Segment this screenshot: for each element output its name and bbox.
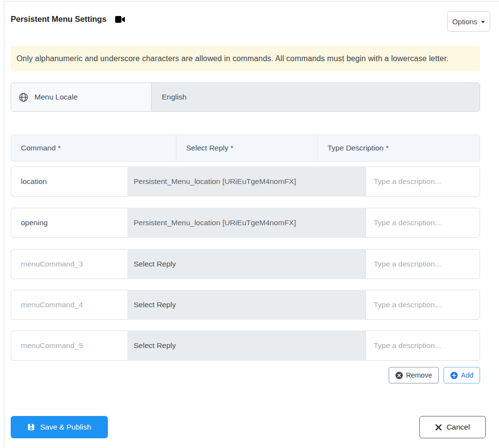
select-reply-text: Select Reply [134,300,176,309]
notice-banner: Only alphanumeric and underscore charact… [11,46,480,71]
column-header-select-reply: Select Reply * [176,135,318,161]
command-input[interactable] [11,331,127,361]
page-title: Persistent Menu Settings [11,15,106,24]
command-input[interactable] [11,166,127,197]
add-button[interactable]: Add [444,367,480,383]
select-reply-dropdown[interactable]: Persistent_Menu_location [URiEuTgeM4nomF… [127,208,365,238]
notice-text: Only alphanumeric and underscore charact… [17,54,448,63]
save-publish-button[interactable]: Save & Publish [11,416,108,438]
description-input[interactable] [365,249,480,279]
menu-locale-group: Menu Locale English [11,83,480,112]
command-input[interactable] [11,208,127,238]
table-row: Select Reply [11,331,480,361]
select-reply-dropdown[interactable]: Select Reply [127,331,365,361]
table-row: Persistent_Menu_location [URiEuTgeM4nomF… [11,208,480,238]
command-input[interactable] [11,290,127,320]
table-row: Select Reply [11,290,480,320]
x-circle-icon [396,372,403,379]
globe-icon [19,93,28,102]
select-reply-text: Persistent_Menu_location [URiEuTgeM4nomF… [134,218,296,227]
description-input[interactable] [365,166,480,197]
command-input[interactable] [11,249,127,279]
select-reply-dropdown[interactable]: Select Reply [127,290,365,320]
select-reply-dropdown[interactable]: Select Reply [127,249,365,279]
description-input[interactable] [365,331,480,361]
menu-locale-label: Menu Locale [11,83,152,111]
column-header-type-description: Type Description * [318,135,480,161]
cancel-label: Cancel [447,423,470,431]
plus-circle-icon [450,372,458,379]
select-reply-dropdown[interactable]: Persistent_Menu_location [URiEuTgeM4nomF… [127,166,365,197]
menu-locale-value-text: English [162,93,187,101]
save-icon [27,423,35,431]
column-header-command: Command * [11,135,176,161]
select-reply-text: Persistent_Menu_location [URiEuTgeM4nomF… [134,177,296,186]
options-label: Options [452,17,478,26]
save-publish-label: Save & Publish [40,423,91,431]
select-reply-text: Select Reply [134,341,176,350]
chevron-down-icon [481,21,485,23]
add-label: Add [461,371,474,379]
table-row: Persistent_Menu_location [URiEuTgeM4nomF… [11,166,480,197]
cancel-button[interactable]: Cancel [419,416,486,438]
menu-locale-value[interactable]: English [152,83,480,111]
menu-locale-text: Menu Locale [34,93,78,101]
table-header: Command * Select Reply * Type Descriptio… [11,134,480,162]
select-reply-text: Select Reply [134,260,176,268]
description-input[interactable] [365,290,480,320]
video-camera-icon [115,16,125,23]
remove-label: Remove [406,371,432,379]
description-input[interactable] [365,208,480,238]
remove-button[interactable]: Remove [389,367,439,383]
table-row: Select Reply [11,249,480,279]
close-icon [435,424,442,431]
options-button[interactable]: Options [447,11,490,32]
